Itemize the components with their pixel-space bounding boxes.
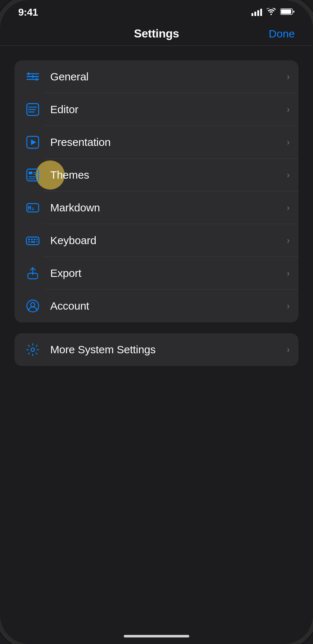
sliders-icon (23, 67, 42, 86)
more-system-settings-label: More System Settings (50, 343, 287, 356)
markdown-icon: M↓ (23, 198, 42, 217)
svg-rect-5 (28, 72, 29, 76)
chevron-icon: › (287, 170, 290, 180)
phone-frame: 9:41 (0, 0, 313, 644)
svg-rect-26 (37, 239, 38, 240)
svg-rect-25 (34, 239, 36, 240)
status-time: 9:41 (18, 7, 38, 18)
export-label: Export (50, 267, 287, 279)
status-bar: 9:41 (0, 0, 313, 22)
settings-row-presentation[interactable]: Presentation › (15, 126, 298, 159)
settings-row-export[interactable]: Export › (15, 257, 298, 290)
svg-rect-24 (31, 239, 33, 240)
settings-system-group: More System Settings › (15, 333, 298, 366)
battery-icon (280, 8, 295, 17)
themes-icon (23, 166, 42, 184)
chevron-icon: › (287, 268, 290, 278)
svg-marker-13 (31, 139, 36, 145)
chevron-icon: › (287, 104, 290, 115)
general-label: General (50, 71, 287, 83)
play-icon (23, 133, 42, 152)
chevron-icon: › (287, 203, 290, 213)
svg-text:M↓: M↓ (28, 205, 35, 212)
chevron-icon: › (287, 345, 290, 355)
settings-row-more-system[interactable]: More System Settings › (15, 333, 298, 366)
chevron-icon: › (287, 72, 290, 82)
status-icons (251, 8, 295, 17)
svg-rect-28 (31, 241, 35, 243)
settings-row-account[interactable]: Account › (15, 290, 298, 322)
keyboard-label: Keyboard (50, 234, 287, 247)
settings-row-general[interactable]: General › (15, 60, 298, 93)
signal-icon (251, 9, 262, 16)
svg-rect-1 (281, 9, 291, 14)
editor-icon (23, 100, 42, 119)
main-content: General › Editor › (0, 53, 313, 635)
phone-screen: 9:41 (0, 0, 313, 644)
settings-row-keyboard[interactable]: Keyboard › (15, 224, 298, 257)
themes-label: Themes (50, 169, 287, 181)
presentation-label: Presentation (50, 136, 287, 148)
svg-rect-22 (27, 237, 39, 245)
done-button[interactable]: Done (269, 28, 295, 40)
svg-rect-27 (28, 241, 30, 243)
keyboard-icon (23, 231, 42, 250)
account-icon (23, 297, 42, 315)
settings-row-editor[interactable]: Editor › (15, 93, 298, 126)
chevron-icon: › (287, 301, 290, 311)
settings-row-themes[interactable]: Themes › (15, 159, 298, 191)
editor-label: Editor (50, 103, 287, 116)
svg-rect-15 (29, 171, 33, 174)
wifi-icon (266, 8, 276, 17)
svg-point-33 (31, 302, 35, 306)
svg-point-34 (31, 348, 35, 351)
chevron-icon: › (287, 235, 290, 246)
settings-row-markdown[interactable]: M↓ Markdown › (15, 191, 298, 224)
chevron-icon: › (287, 137, 290, 147)
nav-divider (0, 45, 313, 46)
gear-icon (23, 340, 42, 359)
svg-rect-23 (28, 239, 30, 240)
home-bar (124, 635, 189, 637)
nav-bar: Settings Done (0, 22, 313, 45)
svg-rect-29 (37, 241, 38, 243)
export-icon (23, 264, 42, 283)
account-label: Account (50, 300, 287, 312)
markdown-label: Markdown (50, 202, 287, 214)
page-title: Settings (134, 27, 179, 40)
settings-main-group: General › Editor › (15, 60, 298, 322)
svg-rect-6 (32, 75, 33, 78)
home-indicator (0, 635, 313, 644)
svg-rect-7 (36, 78, 37, 81)
